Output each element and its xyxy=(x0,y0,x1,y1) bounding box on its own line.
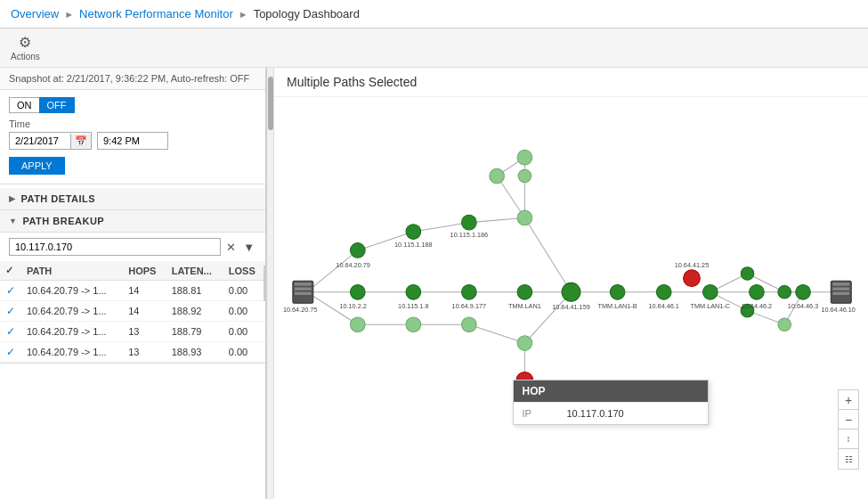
toggle-off-button[interactable]: OFF xyxy=(39,97,75,113)
time-section: Time 📅 xyxy=(0,117,265,157)
path-search-input[interactable] xyxy=(9,238,221,256)
path-details-header[interactable]: ▶ PATH DETAILS xyxy=(0,188,265,210)
svg-text:10.115.1.8: 10.115.1.8 xyxy=(398,302,428,310)
svg-point-43 xyxy=(517,210,532,225)
svg-point-47 xyxy=(350,284,365,299)
svg-rect-37 xyxy=(832,282,849,285)
svg-point-42 xyxy=(518,169,531,183)
snapshot-text: Snapshot at: 2/21/2017, 9:36:22 PM, Auto… xyxy=(9,73,249,84)
apply-button[interactable]: APPLY xyxy=(9,157,65,175)
col-path: PATH xyxy=(21,261,123,281)
search-row: ✕ ▼ xyxy=(0,233,265,261)
table-row[interactable]: ✓ 10.64.20.79 -> 1... 14 188.81 0.00 xyxy=(0,281,265,301)
hop-popup-header: HOP xyxy=(514,380,708,402)
row-latency: 188.81 xyxy=(166,281,223,301)
svg-line-20 xyxy=(524,292,571,343)
actions-icon: ⚙ xyxy=(19,34,31,51)
row-loss: 0.00 xyxy=(223,281,265,301)
svg-text:10.64.20.79: 10.64.20.79 xyxy=(336,261,369,269)
scroll-thumb xyxy=(268,77,273,130)
table-row[interactable]: ✓ 10.64.20.79 -> 1... 14 188.92 0.00 xyxy=(0,301,265,322)
svg-rect-39 xyxy=(832,292,849,295)
time-input[interactable] xyxy=(97,132,168,150)
svg-text:TMM.LAN1: TMM.LAN1 xyxy=(508,302,541,310)
zoom-out-button[interactable]: − xyxy=(839,410,858,429)
row-loss: 0.00 xyxy=(223,301,265,322)
svg-text:10.115.1.186: 10.115.1.186 xyxy=(450,231,489,239)
svg-point-66 xyxy=(778,318,791,331)
svg-point-53 xyxy=(656,284,671,299)
row-path: 10.64.20.79 -> 1... xyxy=(21,322,123,342)
svg-point-59 xyxy=(462,317,477,332)
calendar-icon[interactable]: 📅 xyxy=(70,134,91,149)
date-input-wrapper: 📅 xyxy=(9,132,92,150)
path-breakup-section: ▼ PATH BREAKUP ✕ ▼ ✓ PATH HOPS LATEN... … xyxy=(0,210,265,364)
svg-text:10.10.2.2: 10.10.2.2 xyxy=(339,302,366,310)
zoom-list-button[interactable]: ☷ xyxy=(839,449,858,469)
svg-line-19 xyxy=(469,324,525,343)
svg-point-63 xyxy=(741,267,754,281)
svg-rect-35 xyxy=(295,292,312,295)
table-row[interactable]: ✓ 10.64.20.79 -> 1... 13 188.79 0.00 xyxy=(0,322,265,342)
svg-rect-38 xyxy=(832,288,849,290)
time-inputs: 📅 xyxy=(9,132,256,150)
svg-text:TMM.LAN1-C: TMM.LAN1-C xyxy=(691,302,731,310)
clear-search-button[interactable]: ✕ xyxy=(224,239,238,256)
zoom-in-button[interactable]: + xyxy=(839,390,858,410)
svg-line-0 xyxy=(306,250,357,292)
filter-button[interactable]: ▼ xyxy=(241,239,256,256)
breadcrumb-topology: Topology Dashboard xyxy=(254,7,360,20)
svg-point-49 xyxy=(462,284,477,299)
breadcrumb-bar: Overview ► Network Performance Monitor ►… xyxy=(0,0,868,29)
row-checkbox[interactable]: ✓ xyxy=(0,301,21,322)
left-scrollbar[interactable] xyxy=(267,68,274,499)
topology-svg: 10.64.20.79 10.115.1.188 10.115.1.186 10… xyxy=(274,97,868,496)
toggle-row: ON OFF xyxy=(0,90,265,117)
path-breakup-arrow: ▼ xyxy=(9,217,17,225)
left-panel: Snapshot at: 2/21/2017, 9:36:22 PM, Auto… xyxy=(0,68,267,499)
divider-1 xyxy=(0,184,265,184)
hop-popup: HOP IP 10.117.0.170 xyxy=(513,380,709,425)
svg-text:10.64.9.177: 10.64.9.177 xyxy=(452,302,486,310)
hop-ip-label: IP xyxy=(523,408,549,419)
path-table: ✓ PATH HOPS LATEN... LOSS ✓ 10.64.20.79 … xyxy=(0,261,265,363)
zoom-arrows-button[interactable]: ↕ xyxy=(839,429,858,449)
col-hops: HOPS xyxy=(123,261,166,281)
snapshot-bar: Snapshot at: 2/21/2017, 9:36:22 PM, Auto… xyxy=(0,68,265,90)
date-input[interactable] xyxy=(10,133,70,149)
breadcrumb-sep-1: ► xyxy=(64,9,74,20)
svg-point-51 xyxy=(562,282,580,301)
row-loss: 0.00 xyxy=(223,322,265,342)
svg-point-54 xyxy=(702,284,718,299)
hop-ip-value: 10.117.0.170 xyxy=(567,408,624,419)
row-checkbox[interactable]: ✓ xyxy=(0,281,21,301)
svg-rect-34 xyxy=(295,288,312,290)
row-latency: 188.93 xyxy=(166,342,223,363)
svg-point-46 xyxy=(462,215,477,230)
svg-point-58 xyxy=(406,317,421,332)
row-path: 10.64.20.79 -> 1... xyxy=(21,301,123,322)
table-row[interactable]: ✓ 10.64.20.79 -> 1... 13 188.93 0.00 xyxy=(0,342,265,363)
toggle-on-button[interactable]: ON xyxy=(9,97,39,113)
breadcrumb-npm[interactable]: Network Performance Monitor xyxy=(79,7,233,20)
svg-point-56 xyxy=(796,284,811,299)
topology-canvas[interactable]: 10.64.20.79 10.115.1.188 10.115.1.186 10… xyxy=(274,97,868,496)
main-content: Snapshot at: 2/21/2017, 9:36:22 PM, Auto… xyxy=(0,68,868,499)
actions-button[interactable]: ⚙ Actions xyxy=(11,34,40,61)
svg-point-60 xyxy=(517,336,532,351)
row-checkbox[interactable]: ✓ xyxy=(0,342,21,363)
path-breakup-header[interactable]: ▼ PATH BREAKUP xyxy=(0,210,265,233)
svg-text:10.64.20.75: 10.64.20.75 xyxy=(283,306,317,314)
svg-point-45 xyxy=(406,225,421,240)
row-checkbox[interactable]: ✓ xyxy=(0,322,21,342)
col-check: ✓ xyxy=(0,261,21,281)
time-label: Time xyxy=(9,119,256,129)
svg-point-41 xyxy=(517,150,532,165)
row-path: 10.64.20.79 -> 1... xyxy=(21,281,123,301)
row-hops: 13 xyxy=(123,322,166,342)
svg-text:10.64.41.159: 10.64.41.159 xyxy=(552,303,590,311)
svg-point-44 xyxy=(350,243,365,258)
breadcrumb-overview[interactable]: Overview xyxy=(11,7,59,20)
row-hops: 14 xyxy=(123,301,166,322)
actions-label: Actions xyxy=(11,52,40,61)
